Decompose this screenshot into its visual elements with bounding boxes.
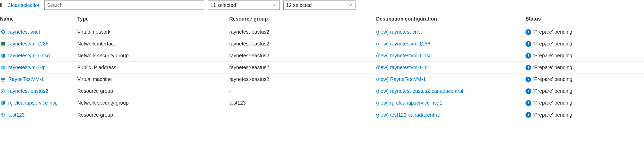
rg-icon [0,112,6,118]
resource-group-name: raynetest-eastus2 [229,76,376,82]
info-icon [526,112,531,118]
resource-name-link[interactable]: raynetestvm-1-ip [8,64,46,70]
table-row[interactable]: RayneTestVM-1 Virtual machine raynetest-… [0,73,644,85]
resource-name-link[interactable]: raynetestvm-1-nsg [8,53,50,59]
resource-group-name: - [229,88,376,94]
vm-icon [0,77,6,82]
resource-type: Network interface [77,41,229,47]
resource-group-name: raynetest-eastus2 [229,41,376,47]
resource-type: Virtual machine [77,76,229,82]
resource-name-link[interactable]: raynetest-vnet [8,29,40,35]
info-icon [526,100,531,106]
resource-group-name: - [229,112,376,118]
resource-name-link[interactable]: raynetestvm-1286 [8,41,48,47]
filter-dropdown-1-value: 11 selected [210,2,236,8]
info-icon [526,41,531,47]
destination-config-link[interactable]: (new) RayneTestVM-1 [376,76,526,82]
col-type[interactable]: Type [77,16,229,22]
status-text: 'Prepare' pending [533,53,572,59]
resource-name-link[interactable]: test123 [8,112,25,118]
resource-type: Network security group [77,53,229,59]
destination-config-link[interactable]: (new) raynetestvm-1-nsg [376,53,526,59]
status-text: 'Prepare' pending [533,88,572,94]
destination-config-link[interactable]: (new) rg-cleanupservice-nsg1 [376,100,526,106]
rg-icon [0,88,6,94]
table-row[interactable]: raynetestvm-1-ip Public IP address rayne… [0,62,644,73]
info-icon [526,53,531,59]
destination-config-link[interactable]: (new) raynetest-eastus2-canadacentral [376,88,526,94]
resource-type: Resource group [77,112,229,118]
pip-icon [0,65,6,70]
col-status[interactable]: Status [526,16,603,22]
status-text: 'Prepare' pending [533,41,572,47]
destination-config-link[interactable]: (new) raynetestvm-1-ip [376,64,526,70]
resource-type: Virtual network [77,29,229,35]
vnet-icon [0,29,6,35]
info-icon [526,29,531,35]
resource-name-link[interactable]: rg-cleanupservice-nsg [8,100,58,106]
info-icon [526,88,531,94]
status-text: 'Prepare' pending [533,100,572,106]
destination-config-link[interactable]: (new) raynetestvm-1286 [376,41,526,47]
table-row[interactable]: rg-cleanupservice-nsg Network security g… [0,97,644,109]
resource-name-link[interactable]: RayneTestVM-1 [8,76,44,82]
table-row[interactable]: raynetest-eastus2 Resource group - (new)… [0,85,644,97]
col-name[interactable]: Name [0,16,77,22]
chevron-down-icon [272,3,277,7]
col-resource-group[interactable]: Resource group [229,16,376,22]
nic-icon [0,41,6,47]
nsg-icon [0,100,6,106]
table-header: Name Type Resource group Destination con… [0,12,644,26]
resource-type: Resource group [77,88,229,94]
resource-group-name: raynetest-eastus2 [229,53,376,59]
table-row[interactable]: test123 Resource group - (new) test123-c… [0,109,644,121]
nsg-icon [0,53,6,59]
resource-group-name: raynetest-eastus2 [229,29,376,35]
table-row[interactable]: raynetestvm-1-nsg Network security group… [0,50,644,62]
destination-config-link[interactable]: (new) test123-canadacentral [376,112,526,118]
col-destination[interactable]: Destination configuration [376,16,526,22]
status-text: 'Prepare' pending [533,76,572,82]
filter-dropdown-1[interactable]: 11 selected [208,1,280,10]
filter-dropdown-2[interactable]: 12 selected [283,1,355,10]
destination-config-link[interactable]: (new) raynetest-vnet [376,29,526,35]
select-all-link-truncated[interactable]: ll [0,2,4,8]
resource-type: Public IP address [77,64,229,70]
status-text: 'Prepare' pending [533,64,572,70]
resource-group-name: test123 [229,100,376,106]
info-icon [526,65,531,70]
resource-type: Network security group [77,100,229,106]
resource-group-name: raynetest-eastus2 [229,64,376,70]
filter-dropdown-2-value: 12 selected [286,2,312,8]
table-row[interactable]: raynetestvm-1286 Network interface rayne… [0,38,644,50]
search-input[interactable] [44,1,204,10]
chevron-down-icon [348,3,353,7]
status-text: 'Prepare' pending [533,112,572,118]
table-row[interactable]: raynetest-vnet Virtual network raynetest… [0,26,644,38]
clear-selection-link[interactable]: Clear selection [7,2,41,8]
status-text: 'Prepare' pending [533,29,572,35]
resource-name-link[interactable]: raynetest-eastus2 [8,88,48,94]
info-icon [526,77,531,82]
